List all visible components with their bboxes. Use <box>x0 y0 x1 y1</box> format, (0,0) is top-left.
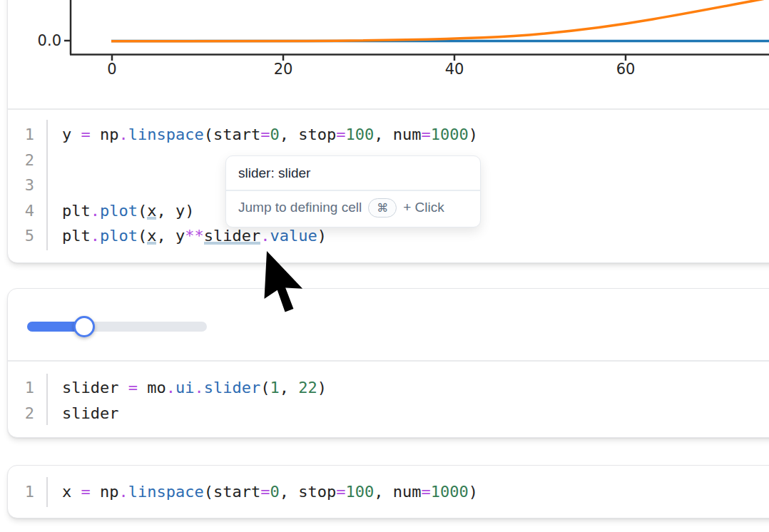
code-token: . <box>166 379 175 397</box>
x-tick-label: 20 <box>274 61 293 78</box>
code-token: slider <box>62 404 118 422</box>
mouse-cursor-icon <box>251 245 330 324</box>
code-editor-x-cell[interactable]: 1 x = np.linspace(start=0, stop=100, num… <box>7 479 763 505</box>
code-token: = <box>421 483 430 501</box>
notebook-page: 0.0 0 20 40 60 1 y = np.linspace(start=0… <box>0 0 769 532</box>
code-token: ** <box>185 227 204 245</box>
code-token: ) <box>317 227 327 245</box>
code-token: 22 <box>298 379 317 397</box>
line-number: 1 <box>7 479 34 505</box>
code-token: ) <box>469 126 478 143</box>
code-text[interactable]: plt.plot(x, y) <box>34 198 194 224</box>
code-token: 0 <box>270 483 279 501</box>
code-token: np <box>91 483 119 501</box>
x-tick-label: 0 <box>107 61 116 78</box>
line-number: 5 <box>7 223 34 249</box>
line-number: 1 <box>7 122 34 148</box>
code-token: = <box>336 483 345 501</box>
code-token: plt <box>62 227 91 245</box>
x-tick-label: 40 <box>445 61 464 78</box>
code-token: , stop <box>280 126 336 143</box>
code-token: = <box>81 483 91 501</box>
code-token: . <box>194 379 203 397</box>
code-token: , y) <box>156 202 194 220</box>
y-tick-label: 0.0 <box>38 32 61 49</box>
code-token: = <box>260 126 270 143</box>
variable-tooltip: slider: slider Jump to defining cell ⌘ +… <box>225 155 481 227</box>
tooltip-action-label: Jump to defining cell <box>238 200 362 215</box>
code-token: plt <box>62 202 91 220</box>
code-token: value <box>270 227 317 245</box>
code-text[interactable]: slider <box>34 401 118 426</box>
x-reference-token[interactable]: x <box>147 227 156 246</box>
code-token: (start <box>204 126 260 143</box>
code-token: slider <box>62 379 128 397</box>
code-token: ( <box>138 202 147 220</box>
code-token: . <box>91 227 100 245</box>
line-number: 3 <box>7 173 34 198</box>
x-tick-marks <box>112 55 626 61</box>
code-token: ) <box>317 379 327 397</box>
series-line-orange <box>111 0 769 41</box>
code-token: ( <box>260 379 270 397</box>
code-token: np <box>91 126 119 143</box>
code-token: plot <box>100 227 138 245</box>
code-token: 1 <box>270 379 279 397</box>
code-token: ) <box>469 483 478 501</box>
code-token: x <box>62 483 81 501</box>
code-token: , y <box>156 227 185 245</box>
code-text[interactable] <box>34 173 62 198</box>
slider-handle[interactable] <box>73 316 95 337</box>
code-editor-slider-cell[interactable]: 1 slider = mo.ui.slider(1, 22) 2 slider <box>7 375 763 426</box>
line-number: 4 <box>7 198 34 224</box>
code-token: = <box>81 126 91 143</box>
code-token: y <box>62 126 81 143</box>
code-token: plot <box>100 202 138 220</box>
code-text[interactable] <box>34 148 62 173</box>
code-token: , num <box>374 483 421 501</box>
line-number: 1 <box>7 375 34 401</box>
code-token: . <box>119 483 128 501</box>
code-token: linspace <box>128 126 204 143</box>
line-number: 2 <box>7 148 34 173</box>
line-number: 2 <box>7 401 34 426</box>
code-line: 1 x = np.linspace(start=0, stop=100, num… <box>7 479 763 505</box>
code-token: . <box>260 227 270 245</box>
code-line: 1 slider = mo.ui.slider(1, 22) <box>7 375 763 401</box>
code-token: 0 <box>270 126 279 143</box>
code-token: = <box>128 379 138 397</box>
tooltip-variable-title: slider: slider <box>226 156 480 190</box>
x-reference-token[interactable]: x <box>147 202 156 221</box>
code-token: = <box>260 483 270 501</box>
code-token: mo <box>138 379 166 397</box>
code-token: 1000 <box>431 126 469 143</box>
code-token: , num <box>374 126 421 143</box>
code-text[interactable]: x = np.linspace(start=0, stop=100, num=1… <box>34 479 478 505</box>
code-token: slider <box>204 379 260 397</box>
code-text[interactable]: slider = mo.ui.slider(1, 22) <box>34 375 327 401</box>
code-text[interactable]: y = np.linspace(start=0, stop=100, num=1… <box>34 122 478 148</box>
code-token: ui <box>175 379 195 397</box>
tooltip-action-suffix: + Click <box>403 200 444 215</box>
code-line: 2 slider <box>7 401 763 426</box>
code-token: linspace <box>128 483 204 501</box>
matplotlib-figure: 0.0 0 20 40 60 <box>0 0 769 108</box>
cell-slider-output-divider <box>8 360 769 362</box>
x-tick-label: 60 <box>616 61 636 78</box>
code-token: , <box>280 379 299 397</box>
code-token: ( <box>138 227 147 245</box>
code-token: 1000 <box>431 483 469 501</box>
code-token: = <box>421 126 430 143</box>
code-token: = <box>336 126 345 143</box>
cell-plot-output-divider <box>8 108 769 110</box>
code-token: 100 <box>345 126 374 143</box>
tooltip-action-row: Jump to defining cell ⌘ + Click <box>226 191 480 227</box>
code-token: . <box>119 126 128 143</box>
code-token: 100 <box>345 483 374 501</box>
slider-reference-token-hovered[interactable]: slider <box>204 227 260 246</box>
code-token: . <box>91 202 100 220</box>
code-token: (start <box>204 483 260 501</box>
code-token: , stop <box>280 483 336 501</box>
code-line: 1 y = np.linspace(start=0, stop=100, num… <box>7 122 763 148</box>
command-key-badge: ⌘ <box>368 198 397 218</box>
